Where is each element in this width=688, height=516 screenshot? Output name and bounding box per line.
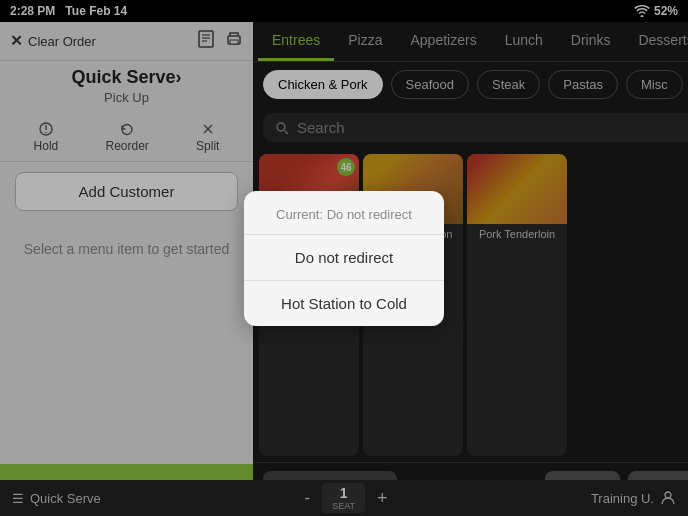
modal-overlay[interactable]: Current: Do not redirect Do not redirect… (0, 0, 688, 516)
redirect-modal: Current: Do not redirect Do not redirect… (244, 191, 444, 326)
modal-current-value: Current: Do not redirect (244, 191, 444, 235)
modal-option-hot-station[interactable]: Hot Station to Cold (244, 281, 444, 326)
modal-option-no-redirect[interactable]: Do not redirect (244, 235, 444, 281)
